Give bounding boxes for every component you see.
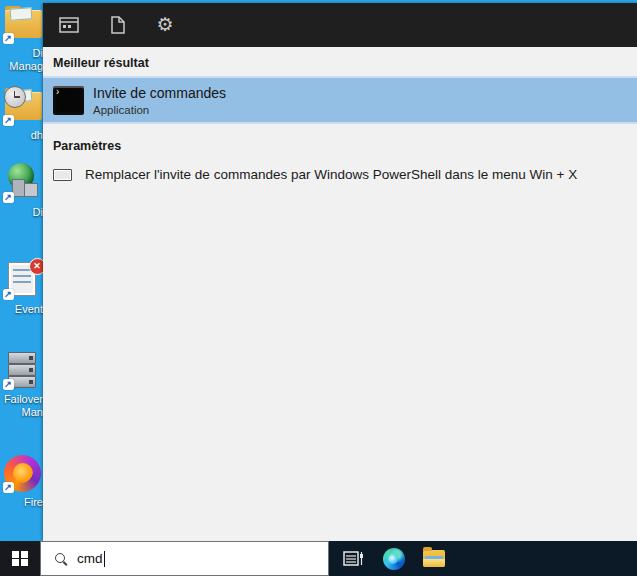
clock-folder-shortcut-icon: ↗ <box>2 88 42 126</box>
firefox-icon: ↗ <box>2 455 42 493</box>
error-badge-icon: ✕ <box>29 258 44 275</box>
shortcut-arrow-icon: ↗ <box>3 115 14 126</box>
search-results-panel: ⚙ Meilleur résultat Invite de commandes … <box>43 3 637 541</box>
file-explorer-icon <box>423 550 445 567</box>
text-caret <box>104 551 105 567</box>
folder-shortcut-icon: ↗ <box>2 6 42 44</box>
shortcut-arrow-icon: ↗ <box>3 379 14 390</box>
apps-filter-button[interactable] <box>57 13 81 37</box>
settings-section-header: Paramètres <box>43 130 637 159</box>
windows-search-screen: ↗ Di Manag ↗ dh ↗ Di <box>0 0 637 576</box>
document-icon <box>110 16 125 34</box>
shortcut-arrow-icon: ↗ <box>3 192 14 203</box>
toggle-setting-icon <box>53 169 72 181</box>
desktop-shortcut-manager[interactable]: ↗ Di Manag <box>0 6 43 73</box>
desktop-background: ↗ Di Manag ↗ dh ↗ Di <box>0 0 43 541</box>
shortcut-arrow-icon: ↗ <box>3 33 14 44</box>
desktop-shortcut-label: Di <box>0 206 43 219</box>
desktop-shortcut-label: Di Manag <box>0 47 43 73</box>
apps-icon <box>59 17 79 33</box>
best-result-header: Meilleur résultat <box>43 47 637 76</box>
shortcut-arrow-icon: ↗ <box>3 482 14 493</box>
file-explorer-taskbar-button[interactable] <box>414 541 454 576</box>
start-button[interactable] <box>0 541 40 576</box>
edge-icon <box>383 548 405 570</box>
gear-icon: ⚙ <box>156 15 173 35</box>
best-result-title: Invite de commandes <box>93 85 226 102</box>
search-input-value: cmd <box>77 551 103 566</box>
desktop-shortcut-event-viewer[interactable]: ✕ ↗ Event <box>0 262 43 316</box>
desktop-shortcut-failover-manager[interactable]: ↗ Failover Man <box>0 352 43 419</box>
taskbar-search-input[interactable]: cmd <box>40 541 329 576</box>
search-filter-bar: ⚙ <box>43 3 637 47</box>
settings-result-text: Remplacer l'invite de commandes par Wind… <box>85 167 577 182</box>
documents-filter-button[interactable] <box>105 13 129 37</box>
clock-icon <box>4 86 26 108</box>
desktop-shortcut-label: Fire <box>0 496 43 509</box>
desktop-shortcut-label: Failover Man <box>0 393 43 419</box>
search-icon <box>54 552 68 566</box>
settings-result-item[interactable]: Remplacer l'invite de commandes par Wind… <box>43 159 637 190</box>
taskbar: cmd <box>0 541 637 576</box>
desktop-shortcut-firefox[interactable]: ↗ Fire <box>0 455 43 509</box>
desktop-shortcut-dhcp[interactable]: ↗ dh <box>0 88 43 142</box>
settings-filter-button[interactable]: ⚙ <box>153 13 177 37</box>
task-view-button[interactable] <box>334 541 374 576</box>
windows-logo-icon <box>12 551 28 567</box>
desktop-shortcut-label: dh <box>0 129 43 142</box>
globe-shortcut-icon: ↗ <box>2 163 42 203</box>
best-result-item[interactable]: Invite de commandes Application <box>43 76 637 124</box>
desktop-shortcut-dns[interactable]: ↗ Di <box>0 163 43 219</box>
desktop-shortcut-label: Event <box>0 303 43 316</box>
edge-taskbar-button[interactable] <box>374 541 414 576</box>
best-result-subtitle: Application <box>93 104 226 116</box>
servers-shortcut-icon: ↗ <box>2 352 42 390</box>
task-view-icon <box>343 550 365 567</box>
event-viewer-shortcut-icon: ✕ ↗ <box>2 262 42 300</box>
command-prompt-icon <box>53 86 84 115</box>
shortcut-arrow-icon: ↗ <box>3 289 14 300</box>
buildings-icon <box>12 179 38 197</box>
